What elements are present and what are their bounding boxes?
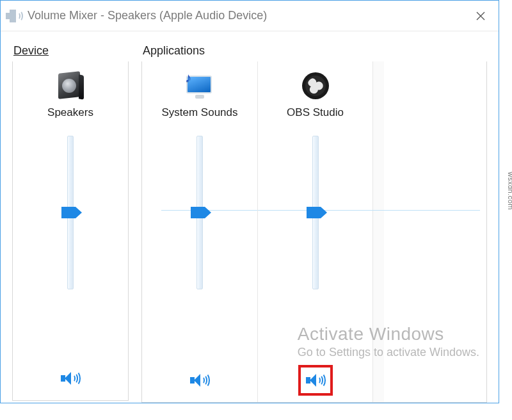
- sound-on-icon: [306, 373, 325, 388]
- obs-studio-icon[interactable]: [299, 69, 332, 102]
- sound-on-icon: [61, 371, 80, 386]
- volume-slider-system-sounds[interactable]: [196, 136, 203, 289]
- applications-section-label: Applications: [141, 44, 487, 58]
- app-volume-icon: [6, 7, 24, 25]
- close-button[interactable]: [468, 3, 493, 29]
- content-area: Device Speakers: [1, 31, 499, 403]
- mute-button-obs-studio[interactable]: [302, 369, 329, 392]
- horizontal-scroll-region[interactable]: [372, 61, 384, 402]
- mute-button-speakers[interactable]: [57, 367, 84, 390]
- device-section-label: Device: [12, 44, 129, 58]
- system-sounds-icon[interactable]: ♪: [183, 69, 216, 102]
- titlebar: Volume Mixer - Speakers (Apple Audio Dev…: [1, 1, 499, 31]
- device-name[interactable]: Speakers: [47, 106, 93, 119]
- app-column-system-sounds: ♪ System Sounds: [142, 61, 257, 402]
- sound-on-icon: [190, 373, 209, 388]
- image-credit: wsxdn.com: [507, 172, 512, 210]
- app-name-obs-studio[interactable]: OBS Studio: [287, 106, 344, 119]
- app-name-system-sounds[interactable]: System Sounds: [161, 106, 237, 119]
- speaker-device-icon[interactable]: [54, 69, 87, 102]
- mute-button-system-sounds[interactable]: [186, 369, 213, 392]
- close-icon: [476, 12, 485, 20]
- applications-section: Applications ♪ System Sounds: [141, 44, 487, 403]
- volume-slider-speakers[interactable]: [67, 136, 74, 289]
- device-section: Device Speakers: [12, 44, 129, 403]
- volume-mixer-window: Volume Mixer - Speakers (Apple Audio Dev…: [0, 0, 499, 403]
- volume-slider-obs-studio[interactable]: [312, 136, 319, 289]
- device-column-speakers: Speakers: [13, 61, 128, 400]
- window-title: Volume Mixer - Speakers (Apple Audio Dev…: [28, 9, 267, 22]
- app-column-obs-studio: OBS Studio: [257, 61, 372, 402]
